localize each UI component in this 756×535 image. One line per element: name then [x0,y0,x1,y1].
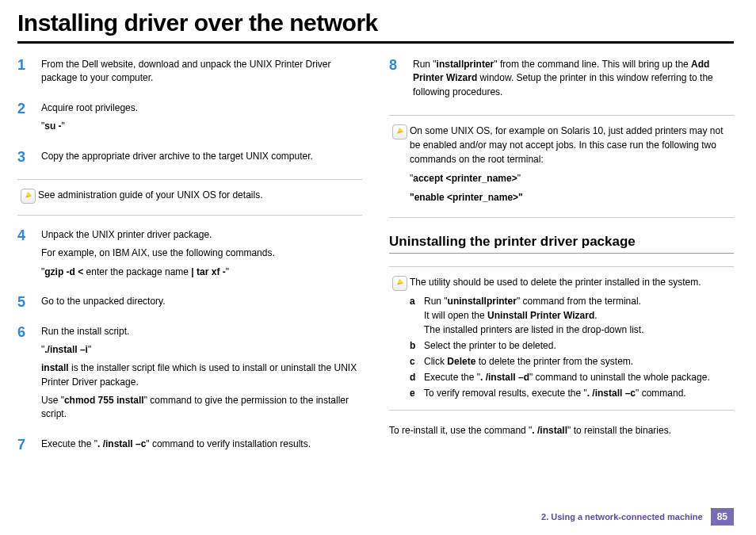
subheading-rule [389,253,734,254]
step-text: Copy the appropriate driver archive to t… [41,150,362,163]
step-1: 1 From the Dell website, download and un… [17,58,362,90]
step-3: 3 Copy the appropriate driver archive to… [17,150,362,168]
step-text: Execute the ". /install –c" command to v… [41,438,362,451]
note-text: See administration guide of your UNIX OS… [38,188,362,202]
step-body: From the Dell website, download and unpa… [41,58,362,90]
note-icon [389,275,410,291]
step-number: 4 [17,228,41,244]
step-number: 6 [17,325,41,341]
step-number: 8 [389,58,413,74]
step-text: Unpack the UNIX printer driver package. [41,228,362,242]
step-number: 5 [17,295,41,311]
step-text: Use "chmod 755 install" command to give … [41,394,362,422]
note-body: On some UNIX OS, for example on Solaris … [410,124,734,209]
step-7: 7 Execute the ". /install –c" command to… [17,438,362,456]
note-icon [17,188,38,204]
step-4: 4 Unpack the UNIX printer driver package… [17,228,362,284]
item-body: Run "uninstallprinter" command from the … [424,294,643,337]
step-body: Go to the unpacked directory. [41,295,362,313]
step-text: Acquire root privileges. [41,101,362,115]
item-letter: d [410,370,424,384]
right-column: 8 Run "installprinter" from the command … [389,58,734,467]
step-text: "./install –i" [41,343,362,357]
note-body: See administration guide of your UNIX OS… [38,188,362,207]
sub-list: a Run "uninstallprinter" command from th… [410,294,734,400]
note-box: See administration guide of your UNIX OS… [17,179,362,216]
item-body: Click Delete to delete the printer from … [424,354,633,369]
reinstall-text: To re-install it, use the command ". /in… [389,423,734,438]
note-text: On some UNIX OS, for example on Solaris … [410,124,734,166]
note-body: The utility should be used to delete the… [410,275,734,402]
item-body: Select the printer to be deleted. [424,338,556,353]
step-body: Copy the appropriate driver archive to t… [41,150,362,168]
step-text: install is the installer script file whi… [41,361,362,389]
step-number: 7 [17,438,41,453]
left-column: 1 From the Dell website, download and un… [17,58,362,467]
list-item: e To verify removal results, execute the… [410,386,734,400]
step-text: "gzip -d < enter the package name | tar … [41,266,362,279]
note-icon [389,124,410,139]
step-6: 6 Run the install script. "./install –i"… [17,325,362,426]
item-letter: c [410,354,424,369]
step-body: Run "installprinter" from the command li… [413,58,734,104]
content-columns: 1 From the Dell website, download and un… [17,58,734,467]
subheading: Uninstalling the printer driver package [389,234,734,250]
footer-chapter: 2. Using a network-connected machine [541,512,703,522]
step-text: "su -" [41,120,362,133]
item-letter: a [410,294,424,337]
step-text: For example, on IBM AIX, use the followi… [41,246,362,260]
step-body: Execute the ". /install –c" command to v… [41,438,362,456]
list-item: d Execute the ". /install –d" command to… [410,370,734,384]
step-8: 8 Run "installprinter" from the command … [389,58,734,104]
step-text: Run the install script. [41,325,362,338]
step-text: Run "installprinter" from the command li… [413,58,734,99]
step-2: 2 Acquire root privileges. "su -" [17,101,362,139]
step-text: From the Dell website, download and unpa… [41,58,362,86]
item-body: Execute the ". /install –d" command to u… [424,370,710,384]
step-body: Run the install script. "./install –i" i… [41,325,362,426]
list-item: a Run "uninstallprinter" command from th… [410,294,734,337]
item-body: To verify removal results, execute the "… [424,386,686,400]
note-text: "accept <printer_name>" [410,171,734,185]
pencil-icon [392,124,407,139]
step-text: Go to the unpacked directory. [41,295,362,308]
note-text: The utility should be used to delete the… [410,275,734,289]
page-title: Installing driver over the network [17,10,734,44]
item-letter: b [410,338,424,353]
step-number: 1 [17,58,41,74]
step-body: Unpack the UNIX printer driver package. … [41,228,362,284]
item-letter: e [410,386,424,400]
pencil-icon [21,189,36,204]
list-item: b Select the printer to be deleted. [410,338,734,353]
step-5: 5 Go to the unpacked directory. [17,295,362,313]
step-number: 2 [17,101,41,117]
note-box: The utility should be used to delete the… [389,266,734,411]
note-box: On some UNIX OS, for example on Solaris … [389,115,734,218]
note-text: "enable <printer_name>" [410,190,734,204]
list-item: c Click Delete to delete the printer fro… [410,354,734,369]
step-body: Acquire root privileges. "su -" [41,101,362,139]
step-number: 3 [17,150,41,166]
page-footer: 2. Using a network-connected machine 85 [541,508,734,525]
pencil-icon [392,276,407,291]
page-number-badge: 85 [711,508,734,525]
